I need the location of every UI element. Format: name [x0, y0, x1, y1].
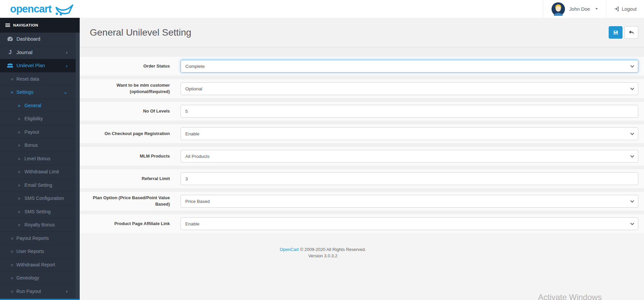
page-header: General Unilevel Setting: [80, 18, 644, 47]
angle-double-right-icon: »: [18, 103, 21, 108]
header-actions: [609, 26, 638, 39]
journal-icon: J: [6, 49, 14, 56]
sidebar-item-run-payout[interactable]: » Run Payout ›: [0, 285, 76, 298]
footer-version: Version 3.0.3.2: [80, 253, 566, 259]
header-right: John Doe Logout: [543, 0, 644, 18]
angle-double-right-icon: »: [11, 275, 13, 281]
sidebar-item-withdrawal-report[interactable]: » Withdrawal Report: [0, 258, 76, 272]
cart-swoosh-icon: [54, 4, 74, 15]
angle-double-right-icon: »: [11, 289, 13, 294]
sidebar-item-withdrawal-limit[interactable]: » Withdrawal Limit: [0, 165, 76, 179]
user-avatar: [552, 2, 565, 16]
top-header: opencart John Doe: [0, 0, 644, 18]
form-row-mlm-customer: Want to be mlm customer (optional/Requir…: [80, 79, 644, 98]
sign-out-icon: [614, 6, 619, 11]
checkout-registration-label: On Checkout page Registration: [90, 131, 170, 137]
sidebar-item-general[interactable]: » General: [0, 99, 76, 113]
no-of-levels-input[interactable]: [181, 105, 638, 118]
app-root: opencart John Doe: [0, 0, 644, 300]
users-icon: [6, 63, 14, 68]
save-button[interactable]: [609, 26, 622, 39]
angle-double-right-icon: »: [18, 142, 21, 148]
sidebar-item-royalty-bonus[interactable]: » Royalty Bonus: [0, 218, 76, 232]
sidebar-menu: Dashboard J Journal › Unilevel Plan › » …: [0, 33, 80, 298]
angle-double-right-icon: »: [18, 169, 21, 174]
sidebar-item-dashboard[interactable]: Dashboard: [0, 33, 76, 46]
sidebar-item-payout-reports[interactable]: » Payout Reports: [0, 232, 76, 245]
affiliate-link-label: Product Page Affiliate Link: [90, 221, 170, 227]
sidebar-item-journal[interactable]: J Journal ›: [0, 46, 76, 59]
sidebar-item-sms-configuration[interactable]: » SMS Configuration: [0, 192, 76, 205]
angle-double-right-icon: »: [18, 156, 21, 161]
save-floppy-icon: [613, 30, 618, 35]
activate-windows-watermark: Activate Windows: [538, 293, 602, 300]
plan-option-select[interactable]: Price Based: [181, 195, 638, 208]
no-of-levels-label: No Of Levels: [90, 108, 170, 115]
affiliate-link-select[interactable]: Enable: [181, 217, 638, 230]
angle-double-right-icon: »: [11, 262, 13, 267]
user-menu[interactable]: John Doe: [543, 0, 606, 18]
sidebar-item-bonus[interactable]: » Bonus: [0, 139, 76, 152]
angle-double-right-icon: »: [11, 76, 13, 82]
angle-double-right-icon: »: [18, 116, 21, 121]
sidebar-item-geneology[interactable]: » Geneology: [0, 271, 76, 285]
logout-button[interactable]: Logout: [606, 0, 644, 18]
form-row-referral-limit: Referral Limit: [80, 169, 644, 188]
user-name: John Doe: [569, 6, 590, 12]
referral-limit-label: Referral Limit: [90, 176, 170, 182]
opencart-logo[interactable]: opencart: [0, 3, 74, 15]
page-title: General Unilevel Setting: [90, 27, 191, 38]
chevron-right-icon: ›: [66, 288, 68, 294]
angle-double-right-icon: »: [18, 182, 21, 188]
sidebar: NAVIGATION Dashboard J Journal › Unileve…: [0, 18, 80, 300]
mlm-customer-select[interactable]: Optional: [181, 82, 638, 95]
undo-arrow-icon: [629, 30, 635, 35]
hamburger-icon: [5, 25, 10, 26]
sidebar-item-reset-data[interactable]: » Reset data: [0, 73, 76, 86]
angle-double-right-icon: »: [18, 209, 21, 214]
back-button[interactable]: [624, 26, 638, 39]
sidebar-item-eligibility[interactable]: » Eligibility: [0, 112, 76, 126]
angle-double-right-icon: »: [18, 196, 21, 201]
sidebar-item-sms-setting[interactable]: » SMS Setting: [0, 205, 76, 219]
settings-form: Order Status Complete Want to be mlm cus…: [80, 47, 644, 233]
sidebar-item-unilevel-plan[interactable]: Unilevel Plan ›: [0, 59, 76, 73]
plan-option-label: Plan Option (Price Based/Point Value Bas…: [90, 195, 170, 208]
sidebar-item-level-bonus[interactable]: » Level Bonus: [0, 152, 76, 166]
angle-double-right-icon: »: [11, 235, 13, 241]
logout-label: Logout: [622, 6, 637, 12]
dashboard-icon: [6, 36, 14, 42]
footer-copyright-text: © 2009-2020 All Rights Reserved.: [300, 247, 366, 252]
opencart-logo-text: opencart: [10, 3, 51, 15]
order-status-select[interactable]: Complete: [181, 60, 638, 73]
angle-double-right-icon: »: [11, 89, 13, 95]
mlm-customer-label: Want to be mlm customer (optional/Requir…: [90, 82, 170, 95]
checkout-registration-select[interactable]: Enable: [181, 127, 638, 140]
footer-copyright-line: OpenCart© 2009-2020 All Rights Reserved.: [80, 247, 566, 253]
sidebar-item-email-setting[interactable]: » Email Setting: [0, 179, 76, 192]
main-content: General Unilevel Setting: [80, 18, 644, 300]
nav-header-label: NAVIGATION: [13, 23, 38, 27]
angle-double-right-icon: »: [18, 222, 21, 227]
opencart-footer-link[interactable]: OpenCart: [280, 247, 299, 252]
referral-limit-input[interactable]: [181, 172, 638, 185]
footer: OpenCart© 2009-2020 All Rights Reserved.…: [80, 247, 644, 259]
form-row-affiliate-link: Product Page Affiliate Link Enable: [80, 214, 644, 233]
order-status-label: Order Status: [90, 63, 170, 70]
sidebar-nav-header[interactable]: NAVIGATION: [0, 18, 80, 33]
mlm-products-label: MLM Products: [90, 153, 170, 160]
chevron-right-icon: ›: [66, 49, 68, 55]
chevron-down-icon: [595, 8, 598, 10]
form-row-no-of-levels: No Of Levels: [80, 102, 644, 121]
form-row-checkout-registration: On Checkout page Registration Enable: [80, 124, 644, 143]
chevron-down-icon: ⌄: [63, 89, 68, 95]
sidebar-item-settings[interactable]: » Settings ⌄: [0, 86, 76, 99]
angle-double-right-icon: »: [18, 129, 21, 135]
sidebar-item-user-reports[interactable]: » User Reports: [0, 245, 76, 258]
angle-double-right-icon: »: [11, 249, 13, 254]
sidebar-item-payout[interactable]: » Payout: [0, 126, 76, 139]
form-row-plan-option: Plan Option (Price Based/Point Value Bas…: [80, 192, 644, 211]
mlm-products-select[interactable]: All Products: [181, 150, 638, 163]
chevron-right-icon: ›: [66, 63, 68, 69]
form-row-mlm-products: MLM Products All Products: [80, 147, 644, 166]
